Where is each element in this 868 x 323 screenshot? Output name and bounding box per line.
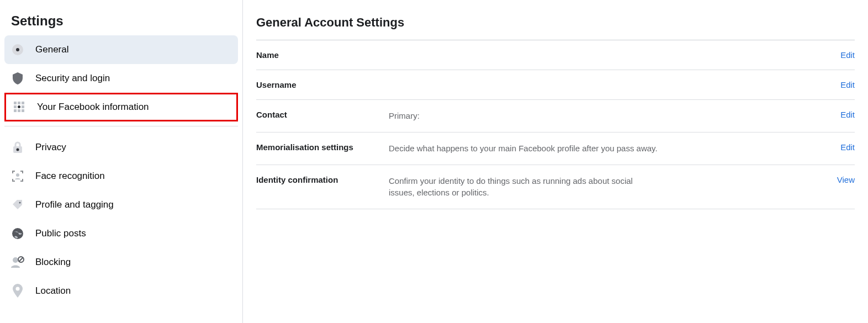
sidebar-item-label: Security and login	[35, 73, 110, 84]
block-icon	[10, 255, 25, 270]
sidebar-item-label: Blocking	[35, 257, 71, 268]
svg-rect-2	[14, 102, 17, 104]
sidebar-title: Settings	[11, 13, 234, 29]
svg-rect-9	[18, 109, 20, 112]
row-label: Memorialisation settings	[256, 142, 389, 152]
svg-point-12	[17, 149, 19, 151]
sidebar-item-location[interactable]: Location	[4, 277, 238, 305]
shield-icon	[10, 71, 25, 86]
row-label: Identity confirmation	[256, 175, 389, 184]
sidebar-item-label: Profile and tagging	[35, 199, 114, 210]
row-contact: Contact Primary: Edit	[256, 100, 855, 133]
sidebar-item-label: Face recognition	[35, 171, 105, 182]
lock-icon	[10, 140, 25, 155]
svg-rect-5	[14, 105, 17, 108]
svg-point-13	[16, 173, 19, 177]
globe-icon	[10, 226, 25, 241]
sidebar-item-your-facebook-information[interactable]: Your Facebook information	[4, 93, 238, 121]
settings-sidebar: Settings General Security and login	[0, 0, 243, 323]
row-label: Name	[256, 50, 389, 60]
svg-rect-7	[22, 105, 24, 108]
svg-rect-8	[14, 109, 17, 112]
tag-icon	[10, 197, 25, 213]
row-username: Username Edit	[256, 70, 855, 100]
face-icon	[10, 168, 25, 184]
row-desc: Confirm your identity to do things such …	[389, 175, 665, 199]
sidebar-item-face-recognition[interactable]: Face recognition	[4, 162, 238, 190]
svg-rect-3	[18, 102, 20, 104]
gear-icon	[10, 42, 25, 57]
sidebar-item-general[interactable]: General	[4, 35, 238, 64]
sidebar-item-label: General	[35, 44, 68, 55]
sidebar-divider	[4, 126, 238, 126]
row-label: Username	[256, 80, 389, 89]
page-title: General Account Settings	[256, 15, 855, 30]
sidebar-item-profile-tagging[interactable]: Profile and tagging	[4, 190, 238, 219]
sidebar-item-label: Your Facebook information	[37, 102, 149, 113]
svg-point-1	[16, 48, 19, 51]
edit-link[interactable]: Edit	[840, 142, 855, 152]
svg-point-19	[16, 287, 20, 291]
row-desc: Primary:	[389, 110, 840, 122]
edit-link[interactable]: Edit	[840, 80, 855, 89]
sidebar-item-privacy[interactable]: Privacy	[4, 133, 238, 162]
row-memorialisation: Memorialisation settings Decide what hap…	[256, 133, 855, 165]
svg-point-16	[13, 257, 18, 263]
sidebar-item-label: Location	[35, 285, 71, 296]
sidebar-item-blocking[interactable]: Blocking	[4, 248, 238, 277]
row-identity-confirmation: Identity confirmation Confirm your ident…	[256, 165, 855, 210]
sidebar-item-security[interactable]: Security and login	[4, 64, 238, 93]
pin-icon	[10, 283, 25, 299]
sidebar-item-public-posts[interactable]: Public posts	[4, 219, 238, 248]
row-label: Contact	[256, 110, 389, 119]
view-link[interactable]: View	[837, 175, 855, 184]
svg-rect-10	[22, 109, 24, 112]
svg-rect-4	[22, 102, 24, 104]
main-panel: General Account Settings Name Edit Usern…	[243, 0, 868, 323]
edit-link[interactable]: Edit	[840, 110, 855, 119]
settings-list: Name Edit Username Edit Contact Primary:…	[256, 40, 855, 209]
sidebar-item-label: Privacy	[35, 142, 66, 153]
row-name: Name Edit	[256, 40, 855, 70]
grid-icon	[12, 99, 27, 115]
sidebar-item-label: Public posts	[35, 228, 86, 239]
svg-point-14	[19, 202, 21, 204]
row-desc: Decide what happens to your main Faceboo…	[389, 142, 840, 155]
svg-point-6	[18, 105, 20, 108]
edit-link[interactable]: Edit	[840, 50, 855, 60]
svg-line-18	[19, 258, 23, 262]
